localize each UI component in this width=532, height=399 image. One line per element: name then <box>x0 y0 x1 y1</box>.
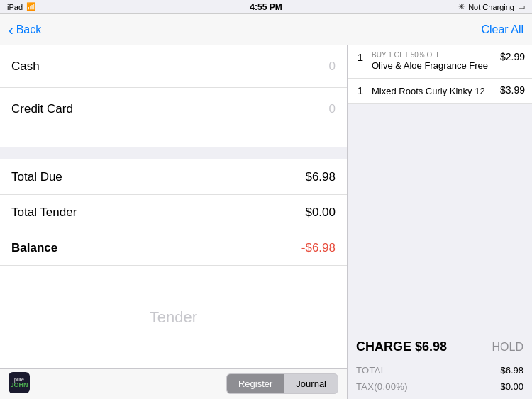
balance-row: Balance -$6.98 <box>0 230 347 266</box>
back-label: Back <box>16 23 42 36</box>
status-bar-right: ✳ Not Charging ▭ <box>458 2 525 11</box>
item-details: BUY 1 GET 50% OFF Olive & Aloe Fragrance… <box>372 51 491 72</box>
item-qty: 1 <box>355 84 366 96</box>
balance-label: Balance <box>11 241 57 255</box>
item-name: Olive & Aloe Fragrance Free <box>372 60 491 72</box>
status-bar-time: 4:55 PM <box>250 2 282 12</box>
credit-card-label: Credit Card <box>11 102 73 116</box>
device-label: iPad <box>7 3 23 11</box>
tender-area[interactable]: Tender <box>0 266 347 368</box>
credit-card-value: 0 <box>329 102 336 116</box>
tax-summary-row: TAX(0.00%) $0.00 <box>356 378 523 395</box>
cash-row[interactable]: Cash 0 <box>0 45 347 88</box>
charge-section: CHARGE $6.98 HOLD TOTAL $6.98 TAX(0.00%)… <box>348 332 532 399</box>
credit-card-row[interactable]: Credit Card 0 <box>0 88 347 130</box>
item-price: $3.99 <box>497 84 525 96</box>
total-due-label: Total Due <box>11 170 62 184</box>
payment-section: Cash 0 Credit Card 0 <box>0 45 347 147</box>
total-due-value: $6.98 <box>305 170 336 184</box>
battery-icon: ▭ <box>518 2 525 11</box>
left-panel: Cash 0 Credit Card 0 Total Due $6.98 Tot… <box>0 45 348 399</box>
items-spacer <box>348 104 532 118</box>
clear-all-button[interactable]: Clear All <box>481 23 523 36</box>
back-chevron-icon: ‹ <box>9 23 13 37</box>
status-bar-left: iPad 📶 <box>7 2 36 11</box>
item-details: Mixed Roots Curly Kinky 12 <box>372 84 491 98</box>
charge-label[interactable]: CHARGE $6.98 <box>356 339 447 354</box>
item-price: $2.99 <box>497 51 525 62</box>
logo: pure JOHN <box>9 372 30 393</box>
balance-value: -$6.98 <box>301 241 336 255</box>
total-tender-label: Total Tender <box>11 206 77 220</box>
item-name: Mixed Roots Curly Kinky 12 <box>372 86 491 98</box>
wifi-icon: 📶 <box>26 2 36 11</box>
cash-label: Cash <box>11 60 40 74</box>
summary-divider <box>356 359 523 359</box>
back-button[interactable]: ‹ Back <box>9 23 41 37</box>
journal-tab[interactable]: Journal <box>284 373 338 394</box>
order-item[interactable]: 1 BUY 1 GET 50% OFF Olive & Aloe Fragran… <box>348 45 532 79</box>
bluetooth-icon: ✳ <box>458 2 465 11</box>
total-tender-value: $0.00 <box>305 206 336 220</box>
tax-summary-value: $0.00 <box>500 381 523 392</box>
cash-value: 0 <box>329 60 336 74</box>
total-summary-value: $6.98 <box>500 365 523 376</box>
register-tab[interactable]: Register <box>226 373 284 394</box>
item-promo: BUY 1 GET 50% OFF <box>372 51 491 59</box>
nav-bar: ‹ Back Clear All <box>0 14 532 45</box>
total-due-row: Total Due $6.98 <box>0 159 347 195</box>
tender-label: Tender <box>150 308 197 327</box>
status-bar: iPad 📶 4:55 PM ✳ Not Charging ▭ <box>0 0 532 14</box>
main-content: Cash 0 Credit Card 0 Total Due $6.98 Tot… <box>0 45 532 399</box>
section-divider <box>0 147 347 159</box>
order-item[interactable]: 1 Mixed Roots Curly Kinky 12 $3.99 <box>348 79 532 104</box>
total-tender-row: Total Tender $0.00 <box>0 195 347 230</box>
hold-button[interactable]: HOLD <box>492 341 523 354</box>
item-qty: 1 <box>355 51 366 63</box>
charge-row: CHARGE $6.98 HOLD <box>356 339 523 354</box>
logo-john: JOHN <box>10 382 28 388</box>
tax-summary-label: TAX(0.00%) <box>356 381 408 392</box>
right-panel: 1 BUY 1 GET 50% OFF Olive & Aloe Fragran… <box>348 45 532 399</box>
bottom-bar: pure JOHN Register Journal <box>0 368 347 399</box>
total-summary-row: TOTAL $6.98 <box>356 362 523 378</box>
total-summary-label: TOTAL <box>356 365 386 376</box>
charging-label: Not Charging <box>468 3 514 11</box>
order-items-list: 1 BUY 1 GET 50% OFF Olive & Aloe Fragran… <box>348 45 532 332</box>
totals-section: Total Due $6.98 Total Tender $0.00 Balan… <box>0 159 347 266</box>
